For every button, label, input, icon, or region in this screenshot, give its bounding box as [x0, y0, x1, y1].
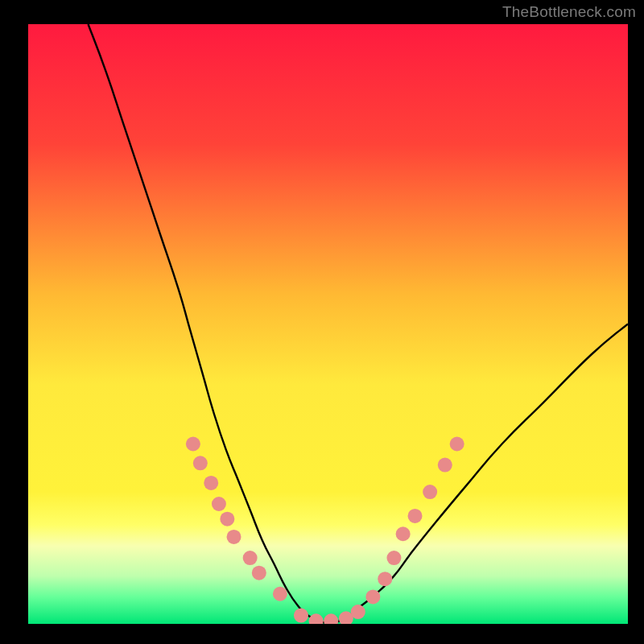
curve-marker — [438, 458, 452, 473]
curve-marker — [193, 456, 208, 470]
curve-marker — [365, 589, 380, 604]
curve-marker — [386, 551, 401, 565]
plot-background — [28, 24, 628, 624]
curve-marker — [204, 476, 218, 490]
curve-marker — [450, 437, 464, 452]
chart-svg — [0, 0, 644, 644]
curve-marker — [408, 509, 423, 523]
curve-marker — [227, 530, 242, 544]
curve-marker — [378, 572, 392, 586]
curve-marker — [243, 551, 258, 565]
curve-marker — [423, 485, 437, 499]
curve-marker — [351, 605, 365, 619]
curve-marker — [186, 437, 200, 452]
curve-marker — [220, 512, 234, 526]
watermark-label: TheBottleneck.com — [502, 3, 636, 21]
curve-marker — [396, 526, 411, 541]
curve-marker — [273, 587, 287, 601]
curve-marker — [212, 497, 226, 511]
curve-marker — [252, 566, 266, 580]
curve-marker — [324, 613, 338, 628]
curve-marker — [294, 609, 308, 623]
chart-stage: TheBottleneck.com — [0, 0, 644, 644]
curve-marker — [309, 613, 324, 628]
